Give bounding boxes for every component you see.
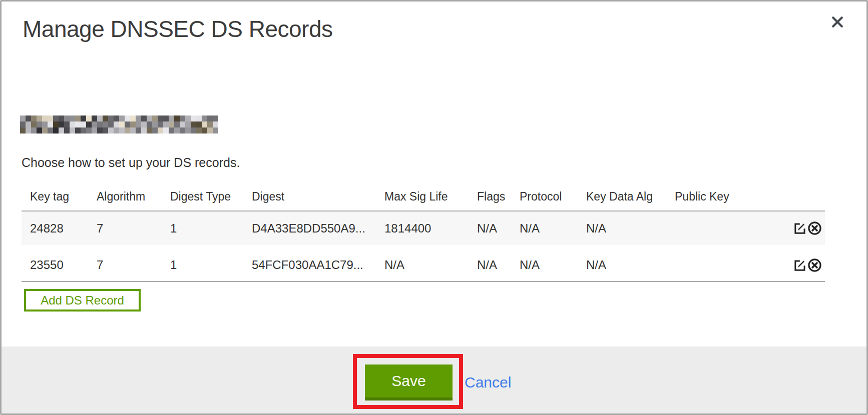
add-ds-record-button[interactable]: Add DS Record	[24, 289, 141, 312]
cell-max-sig-life: 1814400	[376, 222, 469, 236]
cell-key-data-alg: N/A	[578, 254, 666, 272]
table-row: 23550 7 1 54FCF030AA1C79... N/A N/A N/A …	[22, 245, 825, 282]
cell-key-tag: 23550	[22, 254, 88, 272]
cell-max-sig-life: N/A	[376, 254, 469, 272]
column-header-protocol: Protocol	[511, 190, 578, 204]
column-header-digest-type: Digest Type	[162, 190, 243, 204]
cell-digest: 54FCF030AA1C79...	[243, 254, 376, 272]
close-button[interactable]	[829, 14, 845, 30]
cell-digest-type: 1	[162, 254, 243, 272]
edit-record-button[interactable]	[793, 222, 807, 235]
ds-records-table: Key tag Algorithm Digest Type Digest Max…	[22, 182, 825, 282]
column-header-key-data-alg: Key Data Alg	[578, 190, 666, 204]
cell-digest-type: 1	[162, 222, 243, 236]
delete-record-button[interactable]	[807, 258, 822, 272]
column-header-algorithm: Algorithm	[88, 190, 162, 204]
redacted-domain-name	[20, 116, 218, 134]
instruction-text: Choose how to set up your DS records.	[22, 156, 240, 170]
page-title: Manage DNSSEC DS Records	[23, 16, 332, 42]
edit-icon	[793, 229, 807, 236]
edit-record-button[interactable]	[793, 258, 807, 272]
cell-algorithm: 7	[88, 222, 162, 236]
cell-flags: N/A	[469, 222, 511, 236]
column-header-flags: Flags	[469, 190, 511, 204]
save-button[interactable]: Save	[365, 364, 453, 400]
table-header-row: Key tag Algorithm Digest Type Digest Max…	[22, 182, 825, 212]
column-header-max-sig-life: Max Sig Life	[376, 190, 469, 204]
cell-algorithm: 7	[88, 254, 162, 272]
cell-key-data-alg: N/A	[578, 222, 666, 236]
close-icon	[830, 24, 845, 31]
edit-icon	[793, 266, 807, 272]
delete-record-button[interactable]	[807, 221, 822, 236]
cell-public-key	[666, 261, 782, 265]
cell-key-tag: 24828	[22, 222, 88, 236]
cell-flags: N/A	[469, 254, 511, 272]
column-header-key-tag: Key tag	[22, 190, 88, 204]
column-header-public-key: Public Key	[666, 190, 782, 204]
column-header-digest: Digest	[243, 190, 376, 204]
cell-digest: D4A33E8DD550A9...	[243, 222, 376, 236]
manage-dnssec-dialog: Manage DNSSEC DS Records Choose how to s…	[0, 0, 868, 415]
cell-protocol: N/A	[511, 254, 578, 272]
table-row: 24828 7 1 D4A33E8DD550A9... 1814400 N/A …	[22, 212, 825, 245]
delete-icon	[807, 230, 822, 236]
delete-icon	[807, 266, 822, 272]
cell-protocol: N/A	[511, 222, 578, 236]
cancel-link[interactable]: Cancel	[465, 374, 511, 391]
